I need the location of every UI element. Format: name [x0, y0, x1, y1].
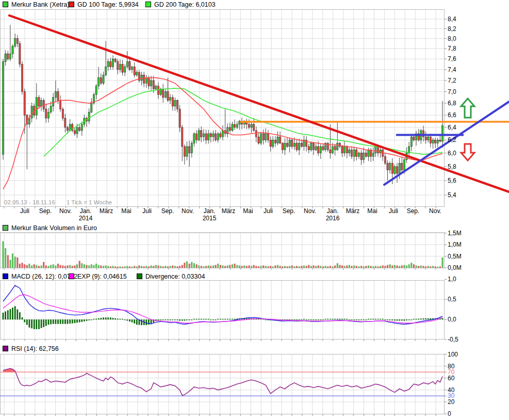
- price-series-label: Merkur Bank (Xetra): [11, 1, 70, 8]
- legend-item-gd200: GD 200 Tage: 6,0103: [145, 1, 216, 8]
- legend-item-volume: Merkur Bank Volumen in Euro: [3, 224, 97, 232]
- svg-text:Juli: Juli: [142, 207, 152, 215]
- price-legend: Merkur Bank (Xetra) GD 100 Tage: 5,9934 …: [0, 1, 509, 8]
- x-axis-labels: JuliSep.Nov.Jan.MärzMaiJuliSep.Nov.Jan.M…: [20, 207, 441, 222]
- volume-y-axis: 1,5M1,0M0,5M0,0M: [445, 230, 462, 271]
- divergence-histogram: [3, 306, 444, 329]
- legend-item-rsi: RSI (14): 62,756: [3, 345, 59, 352]
- price-series-swatch: [3, 2, 8, 7]
- svg-text:6,8: 6,8: [448, 100, 456, 107]
- svg-text:Mai: Mai: [243, 207, 253, 215]
- svg-text:Juli: Juli: [264, 207, 273, 215]
- rsi-gridlines: [0, 366, 445, 402]
- svg-text:6,2: 6,2: [448, 136, 456, 143]
- legend-item-divergence: Divergence: 0,03304: [137, 272, 205, 280]
- svg-text:7,4: 7,4: [448, 66, 456, 73]
- svg-text:Juli: Juli: [389, 207, 398, 215]
- svg-text:6,4: 6,4: [448, 124, 456, 131]
- chart-canvas: 8,48,28,07,87,67,47,27,06,86,66,46,26,05…: [0, 0, 509, 420]
- svg-text:5,6: 5,6: [448, 177, 456, 184]
- svg-text:0,0: 0,0: [448, 316, 456, 323]
- rsi-line: [3, 368, 442, 395]
- rsi-swatch: [3, 346, 8, 351]
- svg-text:6,6: 6,6: [448, 111, 456, 119]
- gd200-label: GD 200 Tage: 6,0103: [154, 1, 216, 8]
- svg-text:0,5M: 0,5M: [448, 253, 462, 260]
- svg-text:2014: 2014: [79, 215, 93, 222]
- macd-swatch: [3, 273, 8, 279]
- svg-text:Jan.: Jan.: [204, 207, 216, 215]
- gd200-swatch: [145, 2, 151, 7]
- svg-text:7,0: 7,0: [448, 88, 456, 95]
- volume-swatch: [3, 225, 8, 231]
- svg-text:März: März: [222, 207, 236, 215]
- price-gridlines: [0, 19, 445, 195]
- svg-text:8,4: 8,4: [448, 15, 456, 23]
- svg-text:März: März: [100, 207, 113, 215]
- svg-text:Nov.: Nov.: [182, 207, 194, 215]
- svg-text:2015: 2015: [203, 215, 217, 222]
- down-arrow-icon: [461, 144, 474, 160]
- svg-text:0,0M: 0,0M: [448, 264, 462, 271]
- svg-text:8,0: 8,0: [448, 35, 456, 42]
- svg-text:Nov.: Nov.: [59, 207, 72, 215]
- svg-text:6,0: 6,0: [448, 150, 456, 157]
- rsi-legend: RSI (14): 62,756: [0, 345, 509, 352]
- volume-legend: Merkur Bank Volumen in Euro: [0, 224, 509, 232]
- svg-text:Jan.: Jan.: [80, 207, 92, 215]
- chart-application: 8,48,28,07,87,67,47,27,06,86,66,46,26,05…: [0, 0, 509, 420]
- downtrend-line: [9, 15, 509, 192]
- macd-y-axis: 1,00,50,0-0,5: [445, 276, 458, 343]
- svg-text:Nov.: Nov.: [429, 207, 441, 215]
- svg-text:Sep.: Sep.: [161, 207, 174, 215]
- svg-text:Sep.: Sep.: [407, 207, 420, 215]
- svg-text:7,6: 7,6: [448, 55, 456, 62]
- svg-text:März: März: [346, 207, 360, 215]
- legend-item-exp: EXP (9): 0,04615: [69, 272, 127, 280]
- legend-item-macd: MACD (26, 12): 0,0792: [3, 272, 78, 280]
- svg-text:Mai: Mai: [367, 207, 377, 215]
- legend-item-price: Merkur Bank (Xetra): [3, 1, 70, 8]
- svg-text:Mai: Mai: [121, 207, 131, 215]
- volume-label: Merkur Bank Volumen in Euro: [11, 224, 97, 232]
- gd100-swatch: [69, 2, 74, 7]
- gd100-label: GD 100 Tage: 5,9934: [77, 1, 139, 8]
- tick-interval-label: 1 Tick = 1 Woche: [67, 199, 112, 205]
- divergence-swatch: [137, 273, 142, 279]
- svg-text:Juli: Juli: [20, 207, 29, 215]
- svg-text:0: 0: [448, 410, 451, 417]
- rsi-y-axis: 1008070604030200: [445, 351, 458, 418]
- macd-line: [3, 285, 442, 324]
- svg-text:2016: 2016: [326, 215, 340, 222]
- svg-text:8,2: 8,2: [448, 25, 456, 33]
- exp-label: EXP (9): 0,04615: [77, 273, 127, 280]
- svg-text:5,8: 5,8: [448, 163, 456, 170]
- volume-gridlines: [0, 233, 445, 256]
- svg-text:5,4: 5,4: [448, 191, 456, 199]
- rsi-label: RSI (14): 62,756: [11, 345, 59, 352]
- svg-text:7,8: 7,8: [448, 45, 456, 52]
- svg-text:60: 60: [448, 375, 455, 382]
- divergence-label: Divergence: 0,03304: [145, 273, 205, 280]
- svg-text:Nov.: Nov.: [304, 207, 316, 215]
- volume-bars-layer: [2, 241, 443, 268]
- svg-text:0,5: 0,5: [448, 296, 456, 303]
- legend-item-gd100: GD 100 Tage: 5,9934: [69, 1, 139, 8]
- date-range-label: 02.05.13 - 18.11.16: [4, 199, 55, 205]
- svg-text:Jan.: Jan.: [327, 207, 339, 215]
- svg-text:1,0M: 1,0M: [448, 241, 462, 248]
- svg-text:Sep.: Sep.: [283, 207, 295, 215]
- up-arrow-icon: [461, 99, 474, 118]
- svg-text:7,2: 7,2: [448, 77, 456, 84]
- svg-text:Sep.: Sep.: [39, 207, 52, 215]
- svg-text:-0,5: -0,5: [448, 336, 458, 343]
- svg-text:20: 20: [448, 398, 455, 406]
- exp-swatch: [69, 273, 74, 279]
- uptrend-support-line: [384, 102, 509, 185]
- date-range-info: 02.05.13 - 18.11.16 1 Tick = 1 Woche: [4, 199, 112, 205]
- macd-legend: MACD (26, 12): 0,0792 EXP (9): 0,04615 D…: [0, 272, 509, 280]
- macd-label: MACD (26, 12): 0,0792: [11, 273, 78, 280]
